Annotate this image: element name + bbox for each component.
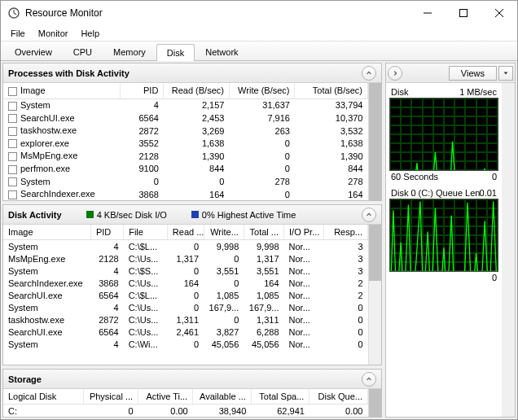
collapse-activity-icon[interactable] — [362, 208, 376, 222]
table-row[interactable]: System4C:\$L...09,9989,998Nor...3 — [3, 240, 368, 253]
row-checkbox[interactable] — [8, 177, 17, 186]
col[interactable]: Disk Que... — [309, 389, 368, 405]
tab-memory[interactable]: Memory — [103, 43, 156, 60]
table-row[interactable]: MsMpEng.exe21281,39001,390 — [3, 150, 368, 163]
table-row[interactable]: taskhostw.exe28723,2692633,532 — [3, 125, 368, 138]
activity-stat-io: 4 KB/sec Disk I/O — [97, 210, 167, 220]
graph1-scale: 1 MB/sec — [459, 87, 497, 97]
menu-bar: File Monitor Help — [1, 25, 517, 42]
col[interactable]: Total ... — [244, 225, 283, 240]
window-title: Resource Monitor — [25, 7, 410, 19]
graph1-min: 0 — [492, 172, 497, 182]
activity-header[interactable]: Disk Activity 4 KB/sec Disk I/O 0% Highe… — [3, 205, 381, 225]
activity-stat-active: 0% Highest Active Time — [202, 210, 296, 220]
table-row[interactable]: MsMpEng.exe2128C:\Us...1,31701,317Nor...… — [3, 252, 368, 265]
col-image[interactable]: Image — [3, 83, 120, 98]
processes-scrollbar[interactable] — [368, 83, 381, 200]
storage-scrollbar[interactable] — [368, 389, 381, 417]
tab-bar: Overview CPU Memory Disk Network — [1, 42, 517, 61]
col[interactable]: Active Ti... — [138, 389, 193, 405]
processes-header[interactable]: Processes with Disk Activity — [3, 63, 381, 83]
col[interactable]: Available ... — [193, 389, 252, 405]
activity-scrollbar[interactable] — [368, 225, 381, 365]
col-pid[interactable]: PID — [120, 83, 164, 98]
disk-graph — [389, 98, 498, 171]
table-row[interactable]: System4C:\$S...03,5513,551Nor...3 — [3, 265, 368, 277]
select-all-checkbox[interactable] — [8, 87, 17, 96]
tab-overview[interactable]: Overview — [4, 43, 63, 60]
col[interactable]: Write... — [204, 225, 244, 240]
col[interactable]: Image — [3, 225, 90, 240]
col[interactable]: Total Spa... — [251, 389, 309, 405]
col[interactable]: File — [124, 225, 168, 240]
table-row[interactable]: SearchUI.exe65642,4537,91610,370 — [3, 112, 368, 125]
graph1-title: Disk — [391, 87, 408, 97]
menu-file[interactable]: File — [4, 27, 32, 40]
col-read[interactable]: Read (B/sec) — [164, 83, 230, 98]
views-button[interactable]: Views — [449, 66, 497, 81]
graph1-xlabel: 60 Seconds — [391, 172, 438, 182]
queue-graph — [389, 199, 498, 272]
collapse-storage-icon[interactable] — [362, 372, 376, 387]
views-dropdown-icon[interactable] — [498, 66, 513, 81]
col-write[interactable]: Write (B/sec) — [229, 83, 295, 98]
row-checkbox[interactable] — [8, 127, 17, 136]
row-checkbox[interactable] — [8, 152, 17, 161]
svg-rect-2 — [460, 10, 468, 17]
table-row[interactable]: SearchIndexer.exe3868C:\Us...1640164Nor.… — [3, 277, 368, 289]
col[interactable]: Logical Disk — [3, 389, 83, 405]
storage-header[interactable]: Storage — [3, 370, 381, 389]
activity-table: ImagePIDFileRead ...Write...Total ...I/O… — [3, 225, 368, 350]
table-row[interactable]: perfmon.exe91008440844 — [3, 163, 368, 176]
table-row[interactable]: SearchUI.exe6564C:\Us...2,4613,8276,288N… — [3, 326, 368, 338]
maximize-button[interactable] — [446, 1, 481, 25]
tab-network[interactable]: Network — [195, 43, 248, 60]
col[interactable]: Physical ... — [83, 389, 138, 405]
tab-cpu[interactable]: CPU — [63, 43, 103, 60]
table-row[interactable]: SearchUI.exe6564C:\$L...01,0851,085Nor..… — [3, 289, 368, 301]
row-checkbox[interactable] — [8, 165, 17, 174]
table-row[interactable]: System00278278 — [3, 175, 368, 188]
active-color-swatch — [191, 211, 199, 218]
col[interactable]: Resp... — [324, 225, 368, 240]
menu-monitor[interactable]: Monitor — [32, 27, 75, 40]
row-checkbox[interactable] — [8, 102, 17, 111]
col[interactable]: PID — [90, 225, 123, 240]
processes-title: Processes with Disk Activity — [8, 68, 130, 78]
collapse-processes-icon[interactable] — [362, 66, 376, 81]
table-row[interactable]: System42,15731,63733,794 — [3, 98, 368, 112]
io-color-swatch — [86, 211, 94, 218]
table-row[interactable]: SearchIndexer.exe38681640164 — [3, 188, 368, 201]
storage-title: Storage — [8, 374, 42, 384]
activity-title: Disk Activity — [8, 210, 62, 220]
storage-table: Logical DiskPhysical ...Active Ti...Avai… — [3, 389, 368, 417]
row-checkbox[interactable] — [8, 139, 17, 148]
app-icon — [7, 7, 20, 20]
row-checkbox[interactable] — [8, 114, 17, 123]
row-checkbox[interactable] — [8, 190, 17, 199]
table-row[interactable]: System4C:\Us...0167,9...167,9...Nor...0 — [3, 301, 368, 313]
minimize-button[interactable] — [410, 1, 446, 25]
tab-disk[interactable]: Disk — [156, 44, 195, 61]
col[interactable]: I/O Pr... — [284, 225, 324, 240]
col[interactable]: Read ... — [167, 225, 204, 240]
processes-table: Image PID Read (B/sec) Write (B/sec) Tot… — [3, 83, 368, 200]
table-row[interactable]: taskhostw.exe2872C:\Us...1,31101,311Nor.… — [3, 313, 368, 326]
rightpane-scrollbar[interactable] — [502, 83, 515, 417]
graph2-scale: 0.01 — [480, 188, 497, 198]
menu-help[interactable]: Help — [74, 27, 106, 40]
table-row[interactable]: System4C:\Wi...045,05645,056Nor...0 — [3, 338, 368, 350]
graph2-title: Disk 0 (C:) Queue Length — [391, 188, 480, 198]
table-row[interactable]: C:00.0038,94062,9410.00 — [3, 405, 368, 418]
graph2-min: 0 — [492, 273, 497, 282]
table-row[interactable]: explorer.exe35521,63801,638 — [3, 137, 368, 150]
col-total[interactable]: Total (B/sec) — [295, 83, 368, 98]
rightpane-collapse-icon[interactable] — [388, 66, 402, 81]
close-button[interactable] — [481, 1, 517, 25]
